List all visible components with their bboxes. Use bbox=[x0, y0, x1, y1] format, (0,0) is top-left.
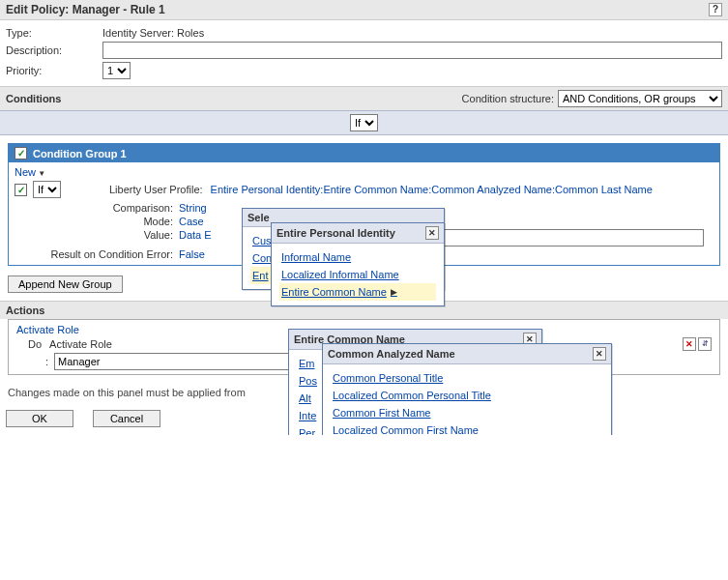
popup1-title: Entire Personal Identity bbox=[277, 227, 395, 239]
conditions-header: Conditions Condition structure: AND Cond… bbox=[0, 86, 728, 110]
list-item[interactable]: Informal Name bbox=[279, 248, 436, 266]
priority-select[interactable]: 1 bbox=[102, 62, 131, 79]
comparison-value[interactable]: String bbox=[179, 202, 207, 214]
description-input[interactable] bbox=[102, 42, 722, 59]
condition-structure-label: Condition structure: bbox=[462, 93, 554, 104]
list-item[interactable]: Entire Common Name▶ bbox=[279, 283, 436, 301]
group-checkbox[interactable] bbox=[15, 147, 27, 160]
page-title: Edit Policy: Manager - Rule 1 bbox=[6, 3, 165, 16]
cancel-button[interactable]: Cancel bbox=[93, 410, 160, 427]
row-if-select[interactable]: If bbox=[33, 181, 61, 198]
profile-value[interactable]: Entire Personal Identity:Entire Common N… bbox=[211, 184, 653, 195]
reorder-icon[interactable]: ⇵ bbox=[698, 337, 712, 351]
error-label: Result on Condition Error: bbox=[34, 248, 179, 260]
value-value[interactable]: Data E bbox=[179, 229, 212, 246]
chevron-right-icon: ▶ bbox=[391, 287, 397, 297]
list-item[interactable]: Localized Common Personal Title bbox=[331, 387, 603, 404]
ok-button[interactable]: OK bbox=[6, 410, 73, 427]
delete-icon[interactable]: ✕ bbox=[683, 337, 696, 351]
condition-group-header: Condition Group 1 bbox=[9, 144, 719, 162]
mode-label: Mode: bbox=[34, 216, 179, 227]
profile-label: Liberty User Profile: bbox=[109, 184, 203, 195]
new-menu[interactable]: New bbox=[15, 166, 45, 178]
type-label: Type: bbox=[6, 27, 102, 39]
condition-checkbox[interactable] bbox=[15, 184, 27, 196]
actions-header-label: Actions bbox=[6, 304, 44, 316]
popup-analyzed-name: Common Analyzed Name ✕ Common Personal T… bbox=[322, 343, 612, 435]
help-icon[interactable]: ? bbox=[709, 3, 722, 16]
condition-structure-select[interactable]: AND Conditions, OR groups bbox=[558, 90, 722, 107]
popup3-title: Common Analyzed Name bbox=[328, 348, 455, 360]
list-item[interactable]: Common First Name bbox=[331, 404, 603, 421]
value-input[interactable] bbox=[423, 229, 704, 246]
do-label: Do bbox=[28, 338, 42, 350]
list-item[interactable]: Localized Common First Name bbox=[331, 421, 603, 435]
append-group-button[interactable]: Append New Group bbox=[8, 276, 123, 293]
condition-group-title: Condition Group 1 bbox=[33, 148, 127, 160]
popup0-title: Sele bbox=[248, 212, 270, 223]
if-row: If bbox=[0, 110, 728, 135]
type-value: Identity Server: Roles bbox=[102, 27, 204, 39]
mode-value[interactable]: Case bbox=[179, 216, 204, 227]
role-colon: : bbox=[45, 356, 48, 367]
close-icon[interactable]: ✕ bbox=[593, 347, 606, 361]
close-icon[interactable]: ✕ bbox=[425, 226, 439, 240]
description-label: Description: bbox=[6, 44, 102, 56]
priority-label: Priority: bbox=[6, 65, 102, 76]
error-value[interactable]: False bbox=[179, 248, 205, 260]
popup-personal-identity: Entire Personal Identity ✕ Informal Name… bbox=[271, 222, 445, 306]
comparison-label: Comparison: bbox=[34, 202, 179, 214]
list-item[interactable]: Common Personal Title bbox=[331, 369, 603, 387]
if-select[interactable]: If bbox=[350, 114, 378, 131]
conditions-header-label: Conditions bbox=[6, 93, 61, 104]
list-item[interactable]: Localized Informal Name bbox=[279, 266, 436, 283]
value-label: Value: bbox=[34, 229, 179, 246]
do-action: Activate Role bbox=[49, 338, 112, 350]
